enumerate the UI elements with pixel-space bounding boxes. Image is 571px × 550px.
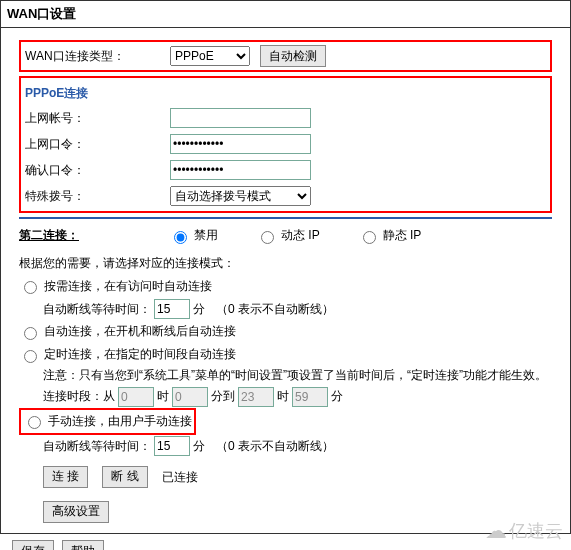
wan-type-select[interactable]: PPPoE <box>170 46 250 66</box>
wan-type-highlight: WAN口连接类型： PPPoE 自动检测 <box>19 40 552 72</box>
scheduled-range-row: 连接时段：从 时 分到 时 分 <box>43 385 552 408</box>
auto-detect-button[interactable]: 自动检测 <box>260 45 326 67</box>
save-button[interactable]: 保存 <box>12 540 54 550</box>
confirm-label: 确认口令： <box>25 162 170 179</box>
second-dynip-radio[interactable] <box>261 231 274 244</box>
confirm-input[interactable] <box>170 160 311 180</box>
sched-from-min <box>172 387 208 407</box>
second-dynip-option[interactable]: 动态 IP <box>256 227 320 244</box>
scheduled-note: 注意：只有当您到“系统工具”菜单的“时间设置”项设置了当前时间后，“定时连接”功… <box>43 366 552 385</box>
mode-manual-highlight: 手动连接，由用户手动连接 <box>19 408 196 435</box>
content-area: WAN口连接类型： PPPoE 自动检测 PPPoE连接 上网帐号： 上网口令：… <box>0 28 571 534</box>
sched-to-hour <box>238 387 274 407</box>
help-button[interactable]: 帮助 <box>62 540 104 550</box>
connection-status: 已连接 <box>162 466 198 489</box>
idle-time-input[interactable] <box>154 299 190 319</box>
password-label: 上网口令： <box>25 136 170 153</box>
mode-scheduled[interactable]: 定时连接，在指定的时间段自动连接 <box>19 343 552 366</box>
username-label: 上网帐号： <box>25 110 170 127</box>
disconnect-button[interactable]: 断 线 <box>102 466 147 488</box>
second-staticip-option[interactable]: 静态 IP <box>358 227 422 244</box>
wan-settings-window: WAN口设置 WAN口连接类型： PPPoE 自动检测 PPPoE连接 上网帐号… <box>0 0 571 550</box>
pppoe-legend: PPPoE连接 <box>25 85 546 102</box>
manual-idle-row: 自动断线等待时间： 分 （0 表示不自动断线） <box>43 435 552 458</box>
idle-label: 自动断线等待时间： <box>43 298 151 321</box>
manual-radio[interactable] <box>28 416 41 429</box>
on-demand-idle-row: 自动断线等待时间： 分 （0 表示不自动断线） <box>43 298 552 321</box>
divider <box>19 217 552 219</box>
dial-label: 特殊拨号： <box>25 188 170 205</box>
second-disable-option[interactable]: 禁用 <box>169 227 218 244</box>
dial-mode-select[interactable]: 自动选择拨号模式 <box>170 186 311 206</box>
password-input[interactable] <box>170 134 311 154</box>
sched-from-hour <box>118 387 154 407</box>
pppoe-highlight: PPPoE连接 上网帐号： 上网口令： 确认口令： 特殊拨号： 自动选择拨号模式 <box>19 76 552 213</box>
manual-idle-input[interactable] <box>154 436 190 456</box>
second-connection-row: 第二连接： 禁用 动态 IP 静态 IP <box>19 227 552 244</box>
scheduled-radio[interactable] <box>24 350 37 363</box>
second-staticip-radio[interactable] <box>363 231 376 244</box>
wan-type-label: WAN口连接类型： <box>25 48 170 65</box>
mode-auto[interactable]: 自动连接，在开机和断线后自动连接 <box>19 320 552 343</box>
modes-intro: 根据您的需要，请选择对应的连接模式： <box>19 252 552 275</box>
connection-modes: 根据您的需要，请选择对应的连接模式： 按需连接，在有访问时自动连接 自动断线等待… <box>19 252 552 523</box>
idle-hint: （0 表示不自动断线） <box>216 298 334 321</box>
cloud-icon: ☁ <box>485 518 507 544</box>
auto-radio[interactable] <box>24 327 37 340</box>
mode-manual-wrapper: 手动连接，由用户手动连接 <box>19 408 552 435</box>
on-demand-radio[interactable] <box>24 281 37 294</box>
mode-on-demand[interactable]: 按需连接，在有访问时自动连接 <box>19 275 552 298</box>
username-input[interactable] <box>170 108 311 128</box>
second-disable-radio[interactable] <box>174 231 187 244</box>
second-conn-label: 第二连接： <box>19 227 109 244</box>
advanced-button[interactable]: 高级设置 <box>43 501 109 523</box>
connect-button[interactable]: 连 接 <box>43 466 88 488</box>
window-title: WAN口设置 <box>0 0 571 28</box>
sched-to-min <box>292 387 328 407</box>
watermark: ☁ 亿速云 <box>485 518 563 544</box>
